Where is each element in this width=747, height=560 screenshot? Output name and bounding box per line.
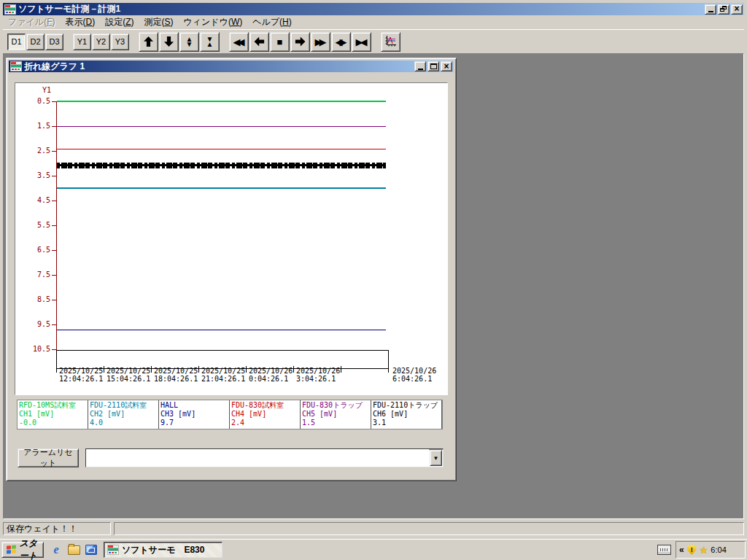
outlook-glyph <box>85 545 97 555</box>
graph-window-icon <box>10 61 22 71</box>
main-titlebar: ソフトサーモ計測－計測1 × <box>3 3 744 15</box>
taskbar-app-button[interactable]: ソフトサーモ E830 <box>104 542 222 558</box>
alarm-combobox-value[interactable] <box>86 449 429 467</box>
graph-maximize-button[interactable] <box>427 61 439 71</box>
scroll-up-button[interactable] <box>139 32 158 52</box>
y-tick-label: 0.5 <box>20 97 50 106</box>
chevron-down-icon: ▼ <box>433 455 439 462</box>
app-icon <box>4 4 16 15</box>
graph-window-title: 折れ線グラフ 1 <box>24 61 414 73</box>
display-d1-button[interactable]: D1 <box>7 34 26 50</box>
star-icon[interactable]: ★ <box>700 545 708 555</box>
status-message: 保存ウェイト！！ <box>3 522 111 535</box>
x-tick-label: 2025/10/260:04:26.1 <box>249 367 295 383</box>
scroll-down-button[interactable] <box>159 32 179 52</box>
combobox-dropdown-button[interactable]: ▼ <box>430 450 442 466</box>
double-left-triangles-icon: ◀◀ <box>233 37 242 47</box>
legend-cell-ch2: FDU-2110試料室CH2 [mV]4.0 <box>88 400 159 429</box>
keyboard-icon[interactable] <box>657 545 671 555</box>
series-line-ch2 <box>57 187 386 189</box>
graph-display-button[interactable] <box>381 32 400 52</box>
close-button[interactable]: × <box>731 4 743 15</box>
series-line-ch1 <box>57 101 386 102</box>
menu-bar: ファイル(F)表示(D)設定(Z)測定(S)ウィンドウ(W)ヘルプ(H) <box>3 15 744 28</box>
x-tick-label: 2025/10/2515:04:26.1 <box>107 367 153 383</box>
x-tick-label: 2025/10/263:04:26.1 <box>296 367 343 383</box>
close-icon: × <box>734 6 739 12</box>
axis-y2-button[interactable]: Y2 <box>92 34 110 50</box>
tray-chevron-icon[interactable]: « <box>679 545 684 554</box>
menu-h[interactable]: ヘルプ(H) <box>247 15 297 29</box>
minimize-icon <box>708 11 713 12</box>
ie-e-glyph: e <box>53 545 58 555</box>
series-line-ch5 <box>57 126 386 127</box>
graph-minimize-button[interactable] <box>414 61 426 71</box>
status-secondary <box>114 522 744 535</box>
chart-icon <box>384 35 398 48</box>
legend-cell-ch4: FDU-830試料室CH4 [mV]2.4 <box>230 400 301 429</box>
internet-explorer-icon[interactable]: e <box>50 543 63 556</box>
x-tick-label: 2025/10/266:04:26.1 <box>392 367 439 383</box>
alarm-reset-button[interactable]: アラームリセット <box>18 448 79 467</box>
y-tick-label: 4.5 <box>20 196 50 205</box>
toolbar: D1D2D3Y1Y2Y3▲▼▼▲◀◀■▶▶◀▶▶◀ <box>3 29 744 53</box>
legend-cell-ch6: FDU-2110トラップCH6 [mV]3.1 <box>371 400 442 429</box>
window-title: ソフトサーモ計測－計測1 <box>18 3 705 15</box>
start-button-label: スタート <box>18 537 39 560</box>
legend-cell-ch1: RFD-10MS試料室CH1 [mV]-0.0 <box>18 400 88 429</box>
double-right-triangles-icon: ▶▶ <box>315 37 324 47</box>
menu-s[interactable]: 測定(S) <box>139 15 178 29</box>
menu-w[interactable]: ウィンドウ(W) <box>179 15 248 29</box>
start-button[interactable]: スタート <box>1 542 44 558</box>
left-arrow-icon <box>255 37 265 47</box>
display-d3-button[interactable]: D3 <box>45 34 63 50</box>
graph-close-button[interactable]: × <box>441 61 452 71</box>
y-tick-label: 7.5 <box>20 271 50 279</box>
restore-button[interactable] <box>718 4 729 15</box>
taskbar-app-label: ソフトサーモ E830 <box>122 544 204 556</box>
alarm-combobox[interactable]: ▼ <box>85 448 444 467</box>
expand-vertical-button[interactable]: ▲▼ <box>179 32 199 52</box>
close-icon: × <box>444 63 449 70</box>
folder-glyph <box>68 545 80 555</box>
y-tick-label: 2.5 <box>20 147 50 155</box>
security-alert-shield-icon[interactable]: ! <box>687 545 697 555</box>
compress-horizontal-button[interactable]: ▶◀ <box>352 32 371 52</box>
x-tick-label: 2025/10/2512:04:26.1 <box>59 367 106 383</box>
x-tick-mark <box>388 366 389 373</box>
display-d2-button[interactable]: D2 <box>26 34 44 50</box>
system-tray: « ! ★ 6:04 <box>676 541 746 559</box>
series-line-ch3 <box>57 330 386 330</box>
y-tick-label: 3.5 <box>20 171 50 180</box>
windows-logo-icon <box>7 545 16 554</box>
x-tick-label: 2025/10/2521:04:26.1 <box>201 367 248 383</box>
stop-button[interactable]: ■ <box>270 32 290 52</box>
menu-d[interactable]: 表示(D) <box>60 15 100 29</box>
axis-y1-button[interactable]: Y1 <box>73 34 91 50</box>
outward-triangles-icon: ◀▶ <box>336 37 344 47</box>
scroll-left-button[interactable] <box>249 32 269 52</box>
channel-legend: RFD-10MS試料室CH1 [mV]-0.0FDU-2110試料室CH2 [m… <box>17 400 443 429</box>
fast-forward-button[interactable]: ▶▶ <box>311 32 330 52</box>
axis-y3-button[interactable]: Y3 <box>111 34 129 50</box>
line-chart: Y10.51.52.53.54.55.56.57.58.59.510.52025… <box>15 82 448 395</box>
taskbar-clock: 6:04 <box>711 545 726 554</box>
compress-vertical-button[interactable]: ▼▲ <box>200 32 220 52</box>
explorer-folder-icon[interactable] <box>67 543 80 556</box>
outlook-express-icon[interactable] <box>85 543 98 556</box>
compress-vertical-arrows-icon: ▼▲ <box>206 36 214 47</box>
minimize-button[interactable] <box>705 4 716 15</box>
y-tick-label: 10.5 <box>20 345 50 354</box>
stop-square-icon: ■ <box>277 37 283 47</box>
main-window: ソフトサーモ計測－計測1 × ファイル(F)表示(D)設定(Z)測定(S)ウィン… <box>0 0 747 538</box>
inward-triangles-icon: ▶◀ <box>356 37 365 47</box>
graph-window-titlebar: 折れ線グラフ 1 × <box>9 61 454 72</box>
fast-rewind-button[interactable]: ◀◀ <box>229 32 249 52</box>
scroll-right-button[interactable] <box>290 32 310 52</box>
expand-horizontal-button[interactable]: ◀▶ <box>331 32 351 52</box>
series-line-ch4 <box>57 149 386 149</box>
menu-f[interactable]: ファイル(F) <box>3 15 60 29</box>
menu-z[interactable]: 設定(Z) <box>100 15 139 29</box>
app-icon <box>107 545 119 555</box>
taskbar: スタート e ソフトサーモ E830 « ! ★ 6:04 <box>0 539 747 560</box>
